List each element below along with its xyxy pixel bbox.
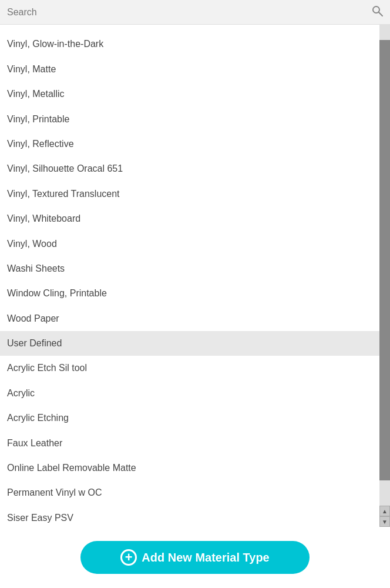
list-item[interactable]: Vinyl, Whiteboard <box>0 206 379 231</box>
add-button-wrap: + Add New Material Type <box>0 527 390 588</box>
search-icon <box>371 5 383 19</box>
list-item[interactable]: Vinyl, Metallic <box>0 82 379 106</box>
list-item[interactable]: Vinyl, Glitter <box>0 25 379 32</box>
list-item[interactable]: Acrylic <box>0 381 379 406</box>
list-item[interactable]: Vinyl, Wood <box>0 232 379 256</box>
list-item[interactable]: Permanent Vinyl w OC <box>0 480 379 505</box>
scrollbar-thumb[interactable] <box>379 40 390 480</box>
add-button-label: Add New Material Type <box>142 551 269 564</box>
search-bar <box>0 0 390 25</box>
list-item[interactable]: Vinyl, Glow-in-the-Dark <box>0 32 379 56</box>
scroll-down-arrow[interactable]: ▼ <box>379 516 390 527</box>
list-item[interactable]: Window Cling, Printable <box>0 281 379 306</box>
scrollbar-track: ▲ ▼ <box>379 25 390 527</box>
list-item[interactable]: Vinyl, Textured Translucent <box>0 182 379 206</box>
list-item[interactable]: Acrylic Etch Sil tool <box>0 356 379 380</box>
list-wrapper: Vinyl, GlitterVinyl, Glow-in-the-DarkVin… <box>0 25 390 527</box>
list-item[interactable]: Wood Paper <box>0 306 379 331</box>
plus-circle-icon: + <box>120 549 137 566</box>
list-item[interactable]: Washi Sheets <box>0 256 379 281</box>
list-item[interactable]: Vinyl, Silhouette Oracal 651 <box>0 156 379 181</box>
list-item[interactable]: Online Label Removable Matte <box>0 456 379 480</box>
scrollbar-arrows: ▲ ▼ <box>379 506 390 527</box>
svg-line-1 <box>379 12 382 16</box>
list-item[interactable]: Faux Leather <box>0 431 379 456</box>
list-item[interactable]: Vinyl, Printable <box>0 107 379 132</box>
add-new-material-button[interactable]: + Add New Material Type <box>80 541 310 574</box>
list-item[interactable]: Vinyl, Matte <box>0 57 379 82</box>
list-item[interactable]: Vinyl, Reflective <box>0 132 379 156</box>
list-item[interactable]: Acrylic Etching <box>0 406 379 430</box>
list-content[interactable]: Vinyl, GlitterVinyl, Glow-in-the-DarkVin… <box>0 25 379 527</box>
list-item[interactable]: User Defined <box>0 331 379 356</box>
list-item[interactable]: Siser Easy PSV <box>0 506 379 527</box>
search-input[interactable] <box>7 7 371 18</box>
scroll-up-arrow[interactable]: ▲ <box>379 506 390 516</box>
main-container: Vinyl, GlitterVinyl, Glow-in-the-DarkVin… <box>0 0 390 588</box>
